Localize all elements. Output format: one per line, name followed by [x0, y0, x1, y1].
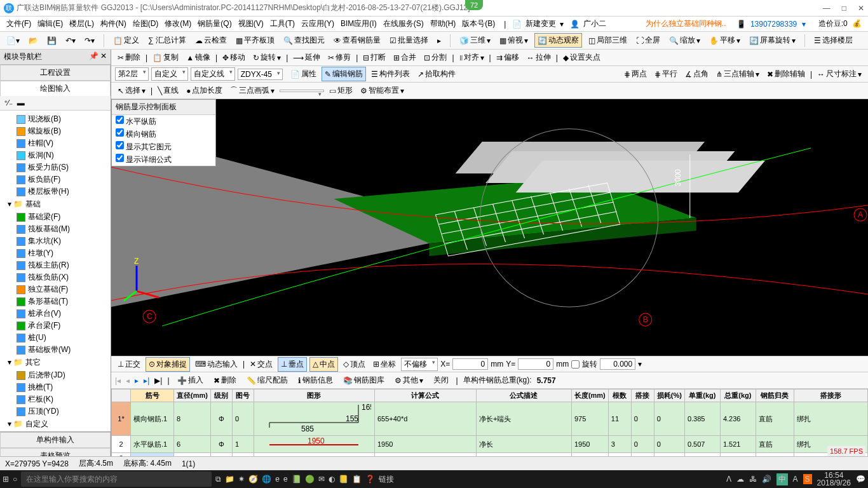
pan-button[interactable]: ✋ 平移 ▾: [707, 34, 743, 47]
y-input[interactable]: [518, 358, 553, 370]
tray-ime-icon[interactable]: 中: [776, 473, 788, 485]
nav-next-icon[interactable]: ▸: [135, 376, 139, 385]
pick-button[interactable]: ↗ 拾取构件: [415, 67, 458, 81]
trim-button[interactable]: ✂ 修剪: [325, 51, 353, 64]
code-combo[interactable]: ZDYX-45: [238, 69, 283, 80]
close-data-button[interactable]: 关闭: [431, 374, 451, 387]
row-delete-button[interactable]: ✖ 删除: [211, 374, 239, 387]
offset-combo[interactable]: 不偏移: [401, 358, 438, 371]
align-button[interactable]: ⫴ 对齐 ▾: [457, 51, 487, 64]
task-app-icon[interactable]: ❓: [365, 475, 375, 484]
nav-first-icon[interactable]: |◂: [115, 376, 121, 385]
smart-layout-button[interactable]: ⚙ 智能布置 ▾: [358, 84, 407, 97]
menu-bim[interactable]: BIM应用(I): [338, 17, 379, 30]
tray-vol-icon[interactable]: 🔊: [762, 475, 771, 484]
panel-close-icon[interactable]: ✕: [100, 51, 107, 60]
stretch-button[interactable]: ↔ 拉伸: [524, 51, 553, 64]
snap-end[interactable]: ◇ 顶点: [341, 358, 368, 371]
aux-parallel[interactable]: ⋕ 平行: [652, 67, 680, 81]
task-view-icon[interactable]: ⧉: [215, 475, 221, 484]
undo-icon[interactable]: ↶▾: [63, 35, 78, 46]
rotate-chk[interactable]: [571, 360, 580, 369]
nav-run-icon[interactable]: ▶|: [154, 376, 162, 385]
task-app-icon[interactable]: 📗: [292, 475, 301, 484]
delete-button[interactable]: ✂ 删除: [115, 51, 143, 64]
nav-prev-icon[interactable]: ◂: [126, 376, 130, 385]
dynamic-view-button[interactable]: 🔄 动态观察: [534, 33, 582, 48]
extend-button[interactable]: ⟶ 延伸: [290, 51, 323, 64]
tab-single-input[interactable]: 单构件输入: [0, 432, 111, 448]
menu-edit[interactable]: 编辑(E): [35, 17, 65, 30]
menu-tool[interactable]: 工具(T): [268, 17, 297, 30]
redo-icon[interactable]: ↷▾: [82, 35, 97, 46]
search-box[interactable]: 在这里输入你要搜索的内容: [21, 471, 212, 487]
snap-mid[interactable]: △ 中点: [309, 357, 338, 372]
tree-group-foundation[interactable]: ▾ 📁 基础: [3, 198, 108, 211]
menu-online[interactable]: 在线服务(S): [381, 17, 426, 30]
break-button[interactable]: ⊟ 打断: [360, 51, 388, 64]
open-icon[interactable]: 📂: [26, 35, 41, 46]
tab-draw-input[interactable]: 绘图输入: [0, 81, 111, 96]
close-button[interactable]: ✕: [858, 4, 864, 13]
task-app-icon[interactable]: e: [275, 475, 280, 484]
maximize-button[interactable]: □: [842, 4, 846, 13]
task-app-icon[interactable]: 📁: [225, 475, 234, 484]
grip-button[interactable]: ◆ 设置夹点: [560, 51, 603, 64]
menu-help[interactable]: 帮助(H): [428, 17, 459, 30]
dimension-button[interactable]: ↔ 尺寸标注 ▾: [815, 67, 864, 81]
cortana-icon[interactable]: ○: [13, 475, 17, 484]
fullscreen-button[interactable]: ⛶ 全屏: [634, 34, 663, 47]
task-app-icon[interactable]: 🟢: [305, 475, 315, 484]
collapse-icon[interactable]: ▬: [17, 98, 25, 107]
cloud-check-button[interactable]: ☁ 云检查: [193, 34, 229, 47]
phone-link[interactable]: 📱 13907298339 ▾: [734, 18, 808, 30]
task-app-icon[interactable]: ✉: [318, 475, 325, 484]
rebar-info-button[interactable]: ℹ 钢筋信息: [295, 374, 336, 387]
local-3d-button[interactable]: ◫ 局部三维: [586, 34, 630, 47]
menu-component[interactable]: 构件(N): [98, 17, 129, 30]
menu-rebar[interactable]: 钢筋量(Q): [195, 17, 234, 30]
notification-icon[interactable]: 💬: [856, 475, 865, 484]
snap-perp[interactable]: ⊥ 垂点: [278, 357, 307, 372]
menu-floor[interactable]: 楼层(L): [67, 17, 97, 30]
aux-3pt[interactable]: ⋔ 三点辅轴 ▾: [714, 67, 762, 81]
task-app-icon[interactable]: ◐: [329, 475, 335, 484]
snap-cross[interactable]: ✕ 交点: [247, 358, 275, 371]
task-app-icon[interactable]: ✷: [238, 475, 245, 484]
top-view-button[interactable]: ▦ 俯视 ▾: [497, 34, 531, 47]
split-button[interactable]: ⊡ 分割: [421, 51, 449, 64]
rebar-display-panel[interactable]: 钢筋显示控制面板 水平纵筋 横向钢筋 显示其它图元 显示详细公式: [111, 99, 216, 166]
arc-button[interactable]: ⌒ 三点画弧 ▾: [227, 84, 277, 97]
clock-date[interactable]: 2018/9/26: [817, 479, 851, 487]
linetype-combo[interactable]: 自定义线: [191, 67, 235, 81]
menu-cloud[interactable]: 云应用(Y): [299, 17, 337, 30]
tab-project-setting[interactable]: 工程设置: [0, 65, 111, 81]
new-change-button[interactable]: 📄 新建变更 ▾: [510, 16, 566, 32]
notice-link[interactable]: 为什么独立基础同种钢..: [643, 17, 729, 30]
x-input[interactable]: [452, 358, 488, 370]
rotate-button[interactable]: ↻ 旋转 ▾: [250, 51, 283, 64]
menu-draw[interactable]: 绘图(D): [130, 17, 161, 30]
nav-last-icon[interactable]: ▸|: [144, 376, 149, 385]
arrow-icon[interactable]: ▸: [435, 35, 444, 46]
task-app-icon[interactable]: e: [283, 475, 288, 484]
dyninput-button[interactable]: ⌨ 动态输入: [193, 358, 240, 371]
zoom-button[interactable]: 🔍 缩放 ▾: [667, 34, 703, 47]
menu-modify[interactable]: 修改(M): [162, 17, 194, 30]
3d-viewport[interactable]: 钢筋显示控制面板 水平纵筋 横向钢筋 显示其它图元 显示详细公式: [111, 99, 868, 356]
floor-combo[interactable]: 第2层: [115, 67, 149, 81]
rotate-screen-button[interactable]: 🔄 屏幕旋转 ▾: [747, 34, 798, 47]
task-app-icon[interactable]: 📋: [352, 475, 362, 484]
osnap-button[interactable]: ⊙ 对象捕捉: [146, 357, 190, 372]
arc-combo[interactable]: [280, 90, 324, 92]
component-tree[interactable]: 现浇板(B) 螺旋板(B) 柱帽(V) 板洞(N) 板受力筋(S) 板负筋(F)…: [0, 111, 111, 431]
batch-select-button[interactable]: ☑ 批量选择: [387, 34, 431, 47]
edit-rebar-button[interactable]: ✎ 编辑钢筋: [322, 67, 366, 81]
task-app-icon[interactable]: 🧭: [248, 475, 258, 484]
rotate-input[interactable]: [600, 358, 635, 370]
start-button[interactable]: ⊞: [3, 475, 9, 484]
minimize-button[interactable]: —: [823, 4, 831, 13]
ortho-button[interactable]: ⊥ 正交: [115, 358, 143, 371]
select-button[interactable]: ↖ 选择 ▾: [115, 84, 148, 97]
flat-top-button[interactable]: ▦ 平齐板顶: [233, 34, 277, 47]
